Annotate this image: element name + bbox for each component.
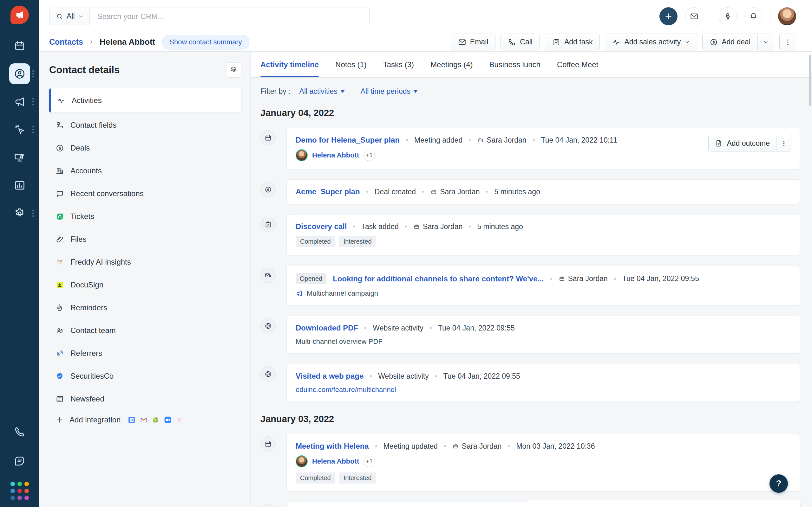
rail-item-menu-icon[interactable] xyxy=(32,98,34,106)
panel-item-reminders[interactable]: Reminders xyxy=(49,296,241,319)
add-deal-button[interactable]: $ Add deal xyxy=(703,34,757,50)
entry-title-link[interactable]: Demo for Helena_Super plan xyxy=(296,135,400,145)
entry-title-link[interactable]: Visited a web page xyxy=(296,372,363,381)
card-more-actions-button[interactable] xyxy=(776,135,791,151)
timeline-scroll[interactable]: Filter by : All activitiesAll time perio… xyxy=(251,78,812,507)
email-button[interactable]: Email xyxy=(451,34,496,50)
briefcase-icon xyxy=(477,137,484,144)
newsfeed-icon xyxy=(55,395,64,403)
search-icon xyxy=(56,13,63,20)
rail-nav xyxy=(9,36,30,231)
rail-item-chat[interactable] xyxy=(9,451,30,471)
panel-item-securitiesco[interactable]: SecuritiesCo xyxy=(49,365,241,388)
add-integration-button[interactable]: Add integration 31 xyxy=(49,410,241,429)
panel-item-docusign[interactable]: DocuSign xyxy=(49,274,241,296)
activity-tabs: Activity timelineNotes (1)Tasks (3)Meeti… xyxy=(251,52,812,78)
entry-title-link[interactable]: Meeting with Helena xyxy=(296,442,369,451)
entry-title-link[interactable]: Downloaded PDF xyxy=(296,324,358,332)
add-outcome-button[interactable]: Add outcome xyxy=(709,135,776,151)
entry-timestamp: 5 minutes ago xyxy=(494,187,540,196)
scrollbar[interactable] xyxy=(808,53,812,507)
panel-settings-button[interactable] xyxy=(226,62,241,78)
timeline-entry: Meeting with HelenaMeeting updatedSara J… xyxy=(260,434,800,492)
zoom-logo-icon xyxy=(164,416,172,424)
panel-item-tickets[interactable]: Tickets xyxy=(49,205,241,228)
action-button-label: Add outcome xyxy=(727,139,770,148)
whats-new-button[interactable] xyxy=(719,7,737,25)
notifications-button[interactable] xyxy=(745,7,763,25)
user-avatar[interactable] xyxy=(778,7,796,25)
filter-dropdown-all-time-periods[interactable]: All time periods xyxy=(361,87,418,96)
entry-sublink[interactable]: eduinc.com/feature/multichannel xyxy=(296,386,791,394)
freddy-icon xyxy=(55,258,64,267)
rail-item-contacts[interactable] xyxy=(9,63,30,84)
more-participants-badge[interactable]: +1 xyxy=(363,150,375,161)
svg-text:$: $ xyxy=(267,187,269,191)
panel-item-recent-conversations[interactable]: Recent conversations xyxy=(49,182,241,205)
timeline-card: Acme_Super planDeal createdSara Jordan5 … xyxy=(287,179,800,204)
panel-item-accounts[interactable]: Accounts xyxy=(49,159,241,182)
panel-item-label: Contact fields xyxy=(70,121,116,130)
separator-dot xyxy=(486,191,488,193)
add-sales-activity-button[interactable]: Add sales activity xyxy=(605,34,697,50)
help-button[interactable]: ? xyxy=(769,474,788,493)
rail-item-journeys[interactable] xyxy=(9,119,30,140)
scrollbar-thumb[interactable] xyxy=(809,55,811,106)
kebab-icon xyxy=(784,38,792,46)
entry-timestamp: Tue 04 Jan, 2022 09:55 xyxy=(622,274,699,283)
rail-item-menu-icon[interactable] xyxy=(32,126,34,133)
entry-timestamp: Tue 04 Jan, 2022 10:11 xyxy=(541,136,617,145)
separator-dot xyxy=(550,278,552,280)
more-participants-badge[interactable]: +1 xyxy=(363,456,375,467)
panel-item-deals[interactable]: $Deals xyxy=(49,136,241,159)
rail-item-landing-pages[interactable] xyxy=(9,147,30,168)
add-deal-dropdown-button[interactable] xyxy=(757,34,774,50)
entry-title-link[interactable]: Discovery call xyxy=(296,222,347,231)
separator-dot xyxy=(364,327,366,329)
separator-dot xyxy=(375,445,377,447)
globe-icon xyxy=(264,322,272,330)
panel-item-newsfeed[interactable]: Newsfeed xyxy=(49,388,241,410)
entry-title-link[interactable]: Looking for additional channels to share… xyxy=(333,274,544,283)
tab-activity-timeline[interactable]: Activity timeline xyxy=(260,52,319,77)
entry-timestamp: 5 minutes ago xyxy=(477,222,523,231)
tab-notes-1-[interactable]: Notes (1) xyxy=(335,52,367,77)
rail-item-analytics[interactable] xyxy=(9,175,30,196)
participant-link[interactable]: Helena Abbott xyxy=(312,151,359,159)
rail-item-menu-icon[interactable] xyxy=(32,210,34,217)
call-button[interactable]: Call xyxy=(501,34,540,50)
show-contact-summary-button[interactable]: Show contact summary xyxy=(162,35,249,49)
panel-item-contact-team[interactable]: Contact team xyxy=(49,319,241,342)
breadcrumb-contacts-link[interactable]: Contacts xyxy=(49,38,83,47)
entry-title-link[interactable]: Acme_Super plan xyxy=(296,187,360,196)
separator-dot xyxy=(508,445,510,447)
panel-item-activities[interactable]: Activities xyxy=(49,89,241,112)
tab-business-lunch[interactable]: Business lunch xyxy=(490,52,541,77)
timeline-card: Visited a web pageWebsite activityTue 04… xyxy=(287,364,800,402)
panel-item-referrers[interactable]: Referrers xyxy=(49,342,241,365)
rail-item-menu-icon[interactable] xyxy=(32,70,34,78)
tab-tasks-3-[interactable]: Tasks (3) xyxy=(383,52,414,77)
add-task-button[interactable]: Add task xyxy=(545,34,600,50)
email-button[interactable] xyxy=(685,7,703,25)
entry-event-type: Deal created xyxy=(374,187,416,196)
rail-item-calendar[interactable] xyxy=(9,36,30,56)
apps-switcher-icon[interactable] xyxy=(10,482,29,500)
search-input[interactable] xyxy=(90,12,369,21)
panel-item-files[interactable]: Files xyxy=(49,228,241,250)
entry-meta-row: Acme_Super planDeal createdSara Jordan5 … xyxy=(296,187,791,196)
search-scope-dropdown[interactable]: All xyxy=(49,8,90,25)
rail-item-phone[interactable] xyxy=(9,421,30,442)
page-more-actions-button[interactable] xyxy=(779,34,796,50)
filter-dropdown-all-activities[interactable]: All activities xyxy=(299,87,345,96)
panel-item-freddy-ai-insights[interactable]: Freddy AI insights xyxy=(49,250,241,274)
add-new-button[interactable] xyxy=(659,7,677,25)
topbar: All xyxy=(39,0,812,33)
rail-item-settings[interactable] xyxy=(9,203,30,224)
tab-coffee-meet[interactable]: Coffee Meet xyxy=(557,52,598,77)
rail-item-marketing[interactable] xyxy=(9,91,30,112)
panel-item-contact-fields[interactable]: Contact fields xyxy=(49,114,241,136)
tab-meetings-4-[interactable]: Meetings (4) xyxy=(430,52,473,77)
participant-link[interactable]: Helena Abbott xyxy=(312,457,359,465)
freshworks-logo[interactable] xyxy=(10,6,29,24)
